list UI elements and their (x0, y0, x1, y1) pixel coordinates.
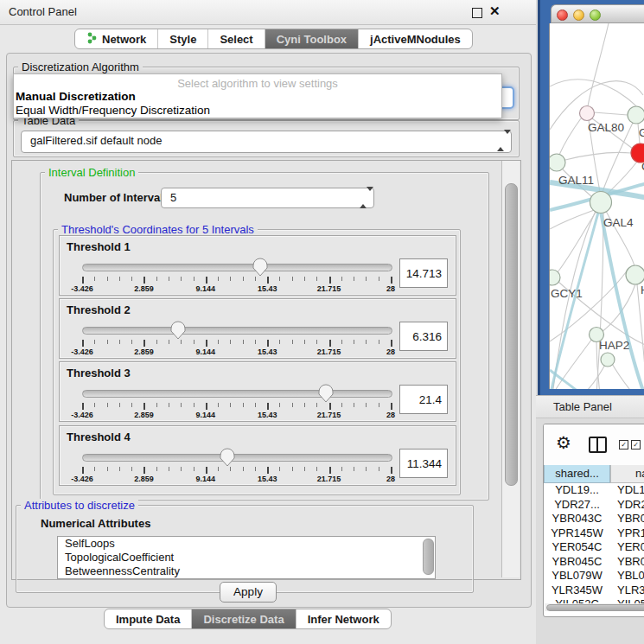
network-node-gal11[interactable] (550, 154, 565, 171)
table-body: YDL19...YDL19...YDR27...YDR27...YBR043CY… (544, 483, 644, 603)
cell-name[interactable]: YIL052C (610, 597, 644, 603)
slider-tick-label: 9.144 (187, 411, 225, 419)
gear-icon[interactable]: ⚙ (556, 434, 571, 451)
table-data-combobox[interactable]: galFiltered.sif default node (21, 131, 512, 153)
slider-minor-tick (94, 340, 95, 344)
tab-jactivemnodules[interactable]: jActiveMNodules (359, 29, 472, 48)
bottom-tab-bar: Impute DataDiscretize DataInfer Network (104, 609, 392, 629)
column-header-name[interactable]: name (610, 465, 644, 483)
tab-cyni-toolbox[interactable]: Cyni Toolbox (265, 29, 359, 48)
cell-shared-name[interactable]: YBR043C (544, 512, 610, 526)
dropdown-option-equal-width-frequency-discretization[interactable]: Equal Width/Frequency Discretization (14, 104, 501, 118)
slider-minor-tick (341, 467, 342, 471)
cell-shared-name[interactable]: YDR27... (544, 498, 610, 513)
table-row[interactable]: YDR27...YDR27... (544, 498, 644, 513)
tab-label: Discretize Data (203, 613, 284, 626)
network-node-top-right[interactable] (628, 106, 644, 124)
tab-style[interactable]: Style (158, 29, 208, 48)
cyni-toolbox-panel: Discretization Algorithm Select algorith… (6, 53, 532, 608)
slider-track[interactable] (82, 454, 392, 462)
window-close-button[interactable] (557, 10, 568, 21)
apply-button[interactable]: Apply (220, 582, 277, 603)
slider-tick-label: 21.715 (310, 348, 348, 356)
network-node-h[interactable] (626, 265, 644, 284)
numerical-attributes-list[interactable]: SelfLoopsTopologicalCoefficientBetweenne… (57, 536, 436, 579)
table-row[interactable]: YDL19...YDL19... (544, 483, 644, 498)
number-of-intervals-combobox[interactable]: 5 (161, 188, 374, 208)
slider-handle[interactable] (252, 258, 268, 277)
checkbox-icon[interactable]: ✓ (631, 440, 641, 450)
cell-shared-name[interactable]: YPR145W (544, 526, 610, 541)
tab-select[interactable]: Select (208, 29, 265, 48)
window-zoom-button[interactable] (590, 10, 601, 21)
table-row[interactable]: YER054CYER054C (544, 540, 644, 555)
slider-track[interactable] (82, 390, 392, 398)
dropdown-option-manual-discretization[interactable]: Manual Discretization (14, 90, 501, 104)
tab-discretize-data[interactable]: Discretize Data (192, 609, 296, 628)
scrollbar-thumb[interactable] (505, 183, 518, 486)
column-header-shared-name[interactable]: shared... (544, 465, 610, 483)
table-horizontal-scrollbar[interactable] (545, 603, 644, 611)
cell-name[interactable]: YLR345W (610, 583, 644, 598)
slider-tick-label: 21.715 (310, 411, 348, 419)
slider-handle[interactable] (318, 384, 334, 403)
cell-name[interactable]: YBR043C (610, 512, 644, 526)
panel-vertical-scrollbar[interactable] (501, 161, 520, 577)
cell-shared-name[interactable]: YDL19... (544, 483, 610, 498)
cell-name[interactable]: YPR145W (610, 526, 644, 541)
slider-minor-tick (169, 340, 169, 344)
threshold-value-field[interactable]: 11.344 (399, 449, 448, 478)
threshold-value-field[interactable]: 6.316 (399, 322, 448, 351)
window-minimize-button[interactable] (573, 10, 584, 21)
threshold-value-field[interactable]: 14.713 (399, 258, 448, 288)
slider-track[interactable] (82, 264, 392, 271)
table-row[interactable]: YBR045CYBR045C (544, 555, 644, 570)
table-row[interactable]: YPR145WYPR145W (544, 526, 644, 541)
cell-shared-name[interactable]: YBR045C (544, 555, 610, 570)
cell-name[interactable]: YDR27... (610, 498, 644, 513)
attributes-list-scrollbar[interactable] (423, 539, 434, 575)
network-node-gal80[interactable] (580, 106, 595, 121)
attribute-list-item-betweennesscentrality[interactable]: BetweennessCentrality (58, 564, 435, 578)
discretization-algorithm-label: Discretization Algorithm (18, 61, 143, 73)
cell-shared-name[interactable]: YIL052C (544, 597, 610, 603)
cell-name[interactable]: YER054C (610, 540, 644, 555)
slider-tick-label: 15.43 (248, 348, 286, 356)
checkbox-icon[interactable]: ✓ (619, 440, 628, 450)
close-icon[interactable]: ✕ (489, 3, 501, 19)
slider-track[interactable] (82, 327, 392, 335)
network-window-titlebar[interactable] (551, 4, 644, 23)
slider-minor-tick (107, 467, 108, 471)
slider-minor-tick (354, 340, 354, 344)
slider-minor-tick (243, 277, 244, 281)
scrollbar-thumb[interactable] (546, 604, 644, 611)
table-row[interactable]: YLR345WYLR345W (544, 583, 644, 598)
table-toolbar: ⚙ ✓ ✓ (544, 424, 644, 466)
table-row[interactable]: YIL052CYIL052C (544, 597, 644, 603)
cell-shared-name[interactable]: YER054C (544, 540, 610, 555)
slider-handle[interactable] (220, 448, 235, 467)
slider-handle[interactable] (170, 321, 186, 340)
attribute-list-item-selfloops[interactable]: SelfLoops (58, 537, 435, 551)
cell-name[interactable]: YDL19... (610, 483, 644, 498)
tab-impute-data[interactable]: Impute Data (105, 609, 192, 628)
tab-network[interactable]: Network (75, 29, 158, 48)
table-row[interactable]: YBL079WYBL079W (544, 569, 644, 583)
tab-infer-network[interactable]: Infer Network (296, 609, 391, 628)
slider-tick-label: 9.144 (187, 284, 225, 293)
table-row[interactable]: YBR043CYBR043C (544, 512, 644, 526)
cell-name[interactable]: YBL079W (610, 569, 644, 583)
attribute-list-item-topologicalcoefficient[interactable]: TopologicalCoefficient (58, 551, 435, 564)
algorithm-placeholder-option[interactable]: Select algorithm to view settings (14, 74, 501, 90)
network-node-bottom[interactable] (601, 353, 615, 367)
cell-name[interactable]: YBR045C (610, 555, 644, 570)
slider-tick-label: 21.715 (310, 475, 348, 483)
columns-icon[interactable] (589, 437, 607, 453)
float-window-icon[interactable] (472, 8, 482, 18)
network-node-gal4[interactable] (590, 192, 612, 214)
cell-shared-name[interactable]: YLR345W (544, 583, 610, 598)
cell-shared-name[interactable]: YBL079W (544, 569, 610, 583)
network-canvas[interactable]: GAL80 GA GAL11 C GAL4 GCY1 H HAP2 (549, 23, 644, 389)
network-node-gcy1[interactable] (550, 270, 560, 285)
threshold-value-field[interactable]: 21.4 (399, 385, 448, 414)
